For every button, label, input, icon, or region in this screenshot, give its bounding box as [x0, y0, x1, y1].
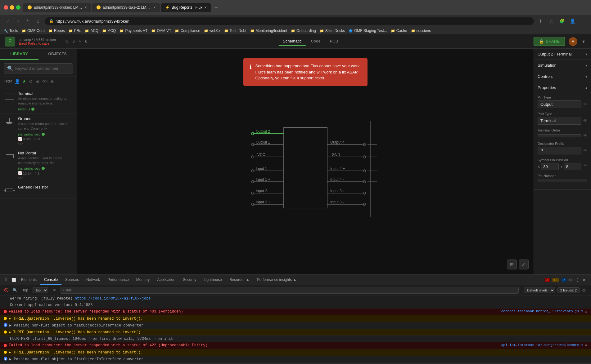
bookmark-payments[interactable]: 📁 Payments VT — [120, 29, 147, 33]
browser-tab-3[interactable]: ⚡ Bug Reports | Flux × — [161, 3, 211, 12]
controls-header[interactable]: Controls ▾ — [534, 71, 591, 82]
pin-type-visibility-icon[interactable]: 👁 — [583, 102, 587, 107]
star-icon[interactable]: ☆ — [63, 37, 70, 46]
pin-type-value[interactable]: Output — [538, 100, 581, 108]
tab-pcb[interactable]: PCB — [326, 37, 343, 46]
list-item-netportal[interactable]: Net Portal A net identifier used to crea… — [0, 148, 77, 183]
tab-code[interactable]: Code — [307, 37, 325, 46]
part-type-visibility-icon[interactable]: 👁 — [583, 118, 587, 123]
bookmark-onboarding[interactable]: 📁 Onboarding — [291, 29, 316, 33]
properties-header[interactable]: Properties ▴ — [534, 82, 591, 93]
list-item-terminal[interactable]: Terminal An electrical connector acting … — [0, 89, 77, 114]
simulation-header[interactable]: Simulation ▾ — [534, 60, 591, 71]
person-filter-icon[interactable]: 👤 — [15, 79, 20, 84]
log-422-1-expand-icon[interactable]: ⊕ — [585, 343, 587, 348]
part-type-value[interactable]: Terminal — [538, 117, 581, 125]
devtools-tab-elements[interactable]: Elements — [17, 275, 40, 285]
search-input[interactable] — [15, 66, 70, 71]
devtools-tab-perf-insights[interactable]: Performance insights ▲ — [253, 275, 300, 285]
url-bar[interactable]: 🔒 https://www.flux.ai/adriantp/lm339-bro… — [45, 17, 534, 25]
grid-filter-icon[interactable]: ⊞ — [35, 79, 39, 84]
devtools-tab-recorder[interactable]: Recorder ▲ — [226, 275, 253, 285]
code-filter-icon[interactable]: </> — [42, 79, 48, 84]
extensions-icon[interactable]: 🧩 — [557, 17, 566, 25]
new-tab-button[interactable]: + — [212, 3, 220, 12]
devtools-tab-security[interactable]: Security — [179, 275, 200, 285]
download-icon[interactable]: ⬇ — [536, 17, 545, 25]
devtools-tab-performance[interactable]: Performance — [104, 275, 133, 285]
minimize-button[interactable] — [10, 5, 14, 10]
chevron-down-icon[interactable]: ▾ — [581, 37, 586, 46]
user-avatar[interactable]: A — [569, 37, 577, 46]
designator-prefix-value[interactable]: P — [538, 147, 581, 154]
component-title-header[interactable]: Output 2 · Terminal ▾ — [534, 49, 591, 60]
home-button[interactable]: ⌂ — [34, 17, 42, 25]
close-button[interactable] — [4, 5, 8, 10]
devtools-close-icon[interactable]: ✕ — [582, 277, 586, 282]
settings-filter-icon[interactable]: ⚙ — [29, 79, 33, 84]
menu-icon[interactable]: ⋮ — [579, 17, 587, 25]
forward-button[interactable]: › — [14, 17, 22, 25]
maximize-button[interactable] — [16, 5, 20, 10]
browser-tab-1[interactable]: 🟡 adriantp/lm339-broken: LM33... × — [23, 3, 91, 12]
terminal-order-visibility-icon[interactable]: 👁 — [583, 133, 587, 138]
console-log[interactable]: We're hiring! (fully remote) https://cod… — [0, 295, 591, 363]
hiring-link[interactable]: https://coda.io/@flux-ai/flux-jobs — [75, 296, 151, 301]
devtools-tab-network[interactable]: Network — [83, 275, 104, 285]
bookmark-sessions[interactable]: 📁 sessions — [411, 29, 431, 33]
bookmark-repos[interactable]: 📁 Repos — [48, 29, 65, 33]
console-eye-button[interactable]: 👁 — [51, 286, 58, 294]
bookmark-acq[interactable]: 📁 ACQ — [85, 29, 98, 33]
console-filter-input[interactable] — [61, 287, 519, 294]
bookmark-prs[interactable]: 📁 PRs — [69, 29, 81, 33]
back-button[interactable]: ‹ — [4, 17, 12, 25]
console-level-select[interactable]: top — [33, 287, 48, 293]
devtools-drag-handle[interactable]: ⠿ — [2, 276, 10, 284]
log-403-expand-icon[interactable]: ⊕ — [585, 309, 587, 314]
devtools-tab-lighthouse[interactable]: Lighthouse — [200, 275, 226, 285]
list-item-resistor[interactable]: Generic Resistor — [0, 182, 77, 199]
bookmark-omfstaging[interactable]: 🔷 OMF Staging Test... — [349, 29, 387, 33]
pin-pos-x-value[interactable]: 30 — [541, 163, 558, 170]
reload-button[interactable]: ↻ — [24, 17, 32, 25]
add-filter-icon[interactable]: ⊕ — [50, 79, 54, 84]
terminal-order-value[interactable] — [538, 134, 581, 137]
bookmark-monitoring[interactable]: 📁 Monitoring/Incident — [250, 29, 287, 33]
default-levels-select[interactable]: Default levels — [524, 287, 555, 293]
bookmark-oamvt[interactable]: 📁 OAM VT — [151, 29, 171, 33]
bookmark-servicing[interactable]: 📁 ACQ — [102, 29, 116, 33]
sidebar-tab-library[interactable]: LIBRARY — [0, 49, 38, 60]
pin-pos-visibility-icon[interactable]: 👁 — [583, 163, 587, 170]
tab-close-2[interactable]: × — [153, 5, 156, 10]
list-item-ground[interactable]: Ground A common return path for electric… — [0, 114, 77, 148]
bookmark-slidedecks[interactable]: 📁 Slide Decks — [320, 29, 345, 33]
log-422-1-source[interactable]: api-iam.intercom.io/.senger/web/events:1 — [501, 343, 583, 347]
issues-settings-icon[interactable]: ⚙ — [582, 288, 586, 293]
console-filter-button[interactable]: 🔍 — [11, 286, 19, 294]
bookmark-web0x[interactable]: 📁 web0x — [204, 29, 220, 33]
bookmark-omfcore[interactable]: 📁 OMF Core — [22, 29, 45, 33]
devtools-more-icon[interactable]: ⋮ — [575, 277, 580, 282]
bookmark-tools[interactable]: 🔧 Tools — [4, 29, 18, 33]
bookmark-techdebt[interactable]: 📁 Tech Debt — [224, 29, 246, 33]
devtools-inspect-button[interactable]: ⬜ — [10, 276, 17, 284]
devtools-settings-icon[interactable]: ⚙ — [569, 277, 573, 282]
grid-view-button[interactable]: ⊞ — [507, 260, 517, 269]
tab-schematic[interactable]: Schematic — [278, 37, 306, 46]
tab-close-1[interactable]: × — [84, 5, 87, 10]
pin-number-value[interactable] — [538, 179, 587, 182]
designator-prefix-visibility-icon[interactable]: 👁 — [583, 148, 587, 153]
search-input-wrap[interactable]: 🔍 — [4, 63, 73, 73]
devtools-tab-console[interactable]: Console — [40, 275, 61, 285]
log-403-source[interactable]: connect.facebook.net/en_US/fbevents.js:1 — [501, 309, 583, 313]
sidebar-tab-objects[interactable]: OBJECTS — [38, 49, 77, 60]
bookmark-compliance[interactable]: 📁 Compliance — [175, 29, 200, 33]
pin-pos-y-value[interactable]: 8 — [564, 163, 581, 170]
fit-view-button[interactable]: ⤢ — [519, 260, 529, 269]
star-filter-icon[interactable]: ★ — [22, 79, 26, 84]
share-button[interactable]: 🔒 SHARE — [534, 37, 565, 46]
bookmark-cache[interactable]: 📁 Cache — [391, 29, 407, 33]
profile-icon[interactable]: 👤 — [568, 17, 577, 25]
devtools-tab-memory[interactable]: Memory — [133, 275, 153, 285]
bookmark-icon[interactable]: ☆ — [547, 17, 556, 25]
